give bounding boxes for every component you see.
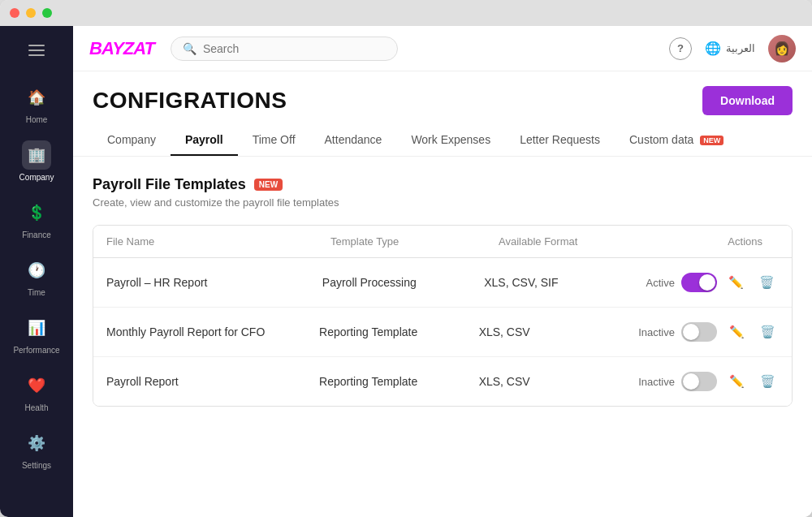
tab-letterrequests[interactable]: Letter Requests [505, 125, 615, 156]
sidebar-label-finance: Finance [22, 230, 51, 239]
row3-status-row: Inactive [638, 372, 717, 391]
lang-label: العربية [726, 42, 755, 54]
table-container: File Name Template Type Available Format… [93, 225, 793, 407]
help-icon: ? [677, 42, 684, 54]
section-new-badge: NEW [254, 179, 283, 191]
sidebar-item-settings[interactable]: ⚙️ Settings [0, 420, 73, 478]
download-button[interactable]: Download [702, 86, 793, 115]
row1-format: XLS, CSV, SIF [484, 276, 646, 289]
tabs-bar: Company Payroll Time Off Attendance Work… [73, 125, 812, 157]
row3-actions: Inactive ✏️ 🗑️ [638, 370, 779, 393]
tab-workexpenses[interactable]: Work Expenses [396, 125, 505, 156]
row2-status-row: Inactive [638, 322, 717, 342]
row3-templatetype: Reporting Template [319, 375, 479, 388]
sidebar-label-settings: Settings [22, 461, 51, 470]
row3-delete-button[interactable]: 🗑️ [756, 370, 779, 393]
row3-format: XLS, CSV [479, 375, 639, 388]
sidebar-item-health[interactable]: ❤️ Health [0, 363, 73, 420]
tab-attendance[interactable]: Attendance [310, 125, 397, 156]
row1-toggle[interactable] [681, 273, 717, 292]
row2-delete-button[interactable]: 🗑️ [756, 321, 779, 343]
sidebar: 🏠 Home 🏢 Company 💲 Finance 🕐 Time 📊 Perf… [0, 26, 73, 517]
col-filename: File Name [106, 235, 330, 248]
row1-toggle-knob [699, 274, 715, 291]
row3-toggle-knob [683, 373, 699, 390]
finance-icon: 💲 [22, 198, 51, 227]
row2-format: XLS, CSV [479, 325, 639, 338]
table-row: Monthly Payroll Report for CFO Reporting… [93, 308, 792, 357]
row1-actions: Active ✏️ 🗑️ [646, 271, 779, 294]
row1-delete-button[interactable]: 🗑️ [756, 271, 779, 294]
titlebar [0, 0, 812, 26]
col-format: Available Format [499, 235, 667, 248]
hamburger-menu[interactable] [20, 34, 53, 67]
time-icon: 🕐 [22, 256, 51, 285]
sidebar-item-time[interactable]: 🕐 Time [0, 248, 73, 305]
section-title-row: Payroll File Templates NEW [93, 176, 793, 193]
row1-templatetype: Payroll Processing [322, 276, 484, 289]
row2-filename: Monthly Payroll Report for CFO [106, 325, 319, 338]
app-window: 🏠 Home 🏢 Company 💲 Finance 🕐 Time 📊 Perf… [0, 0, 812, 517]
new-badge-customdata: NEW [700, 136, 723, 145]
performance-icon: 📊 [22, 313, 51, 343]
row3-status: Inactive [638, 376, 675, 388]
tab-timeoff[interactable]: Time Off [238, 125, 310, 156]
sidebar-item-performance[interactable]: 📊 Performance [0, 305, 73, 363]
search-input[interactable] [203, 42, 386, 55]
avatar[interactable]: 👩 [768, 35, 796, 62]
row2-templatetype: Reporting Template [319, 325, 479, 338]
globe-icon: 🌐 [705, 41, 721, 56]
table-header: File Name Template Type Available Format… [93, 226, 792, 258]
search-bar[interactable]: 🔍 [171, 37, 398, 61]
row2-toggle[interactable] [681, 322, 717, 342]
page-title: CONFIGRATIONS [93, 88, 287, 114]
company-icon: 🏢 [22, 140, 51, 170]
row1-edit-button[interactable]: ✏️ [725, 271, 748, 294]
row3-toggle[interactable] [681, 372, 717, 391]
language-button[interactable]: 🌐 العربية [705, 41, 755, 56]
row2-actions: Inactive ✏️ 🗑️ [638, 321, 779, 343]
sidebar-label-performance: Performance [13, 346, 59, 355]
logo-text: BAYZAT [89, 38, 154, 58]
app-header: BAYZAT 🔍 ? 🌐 العربية 👩 [73, 26, 812, 71]
maximize-dot[interactable] [42, 8, 52, 18]
search-icon: 🔍 [183, 42, 197, 55]
content-area: Payroll File Templates NEW Create, view … [73, 157, 812, 517]
tab-company[interactable]: Company [93, 125, 171, 156]
row3-edit-button[interactable]: ✏️ [725, 370, 748, 393]
sidebar-label-home: Home [26, 115, 48, 124]
row2-status: Inactive [638, 326, 675, 338]
table-row: Payroll Report Reporting Template XLS, C… [93, 357, 792, 406]
sidebar-item-finance[interactable]: 💲 Finance [0, 190, 73, 248]
main-content: BAYZAT 🔍 ? 🌐 العربية 👩 [73, 26, 812, 517]
col-templatetype: Template Type [330, 235, 499, 248]
sidebar-label-company: Company [19, 173, 54, 182]
sidebar-label-health: Health [25, 403, 49, 412]
row3-filename: Payroll Report [106, 375, 319, 388]
help-button[interactable]: ? [669, 37, 692, 60]
section-subtitle: Create, view and customize the payroll f… [93, 196, 793, 209]
row2-toggle-knob [683, 324, 699, 340]
page-header: CONFIGRATIONS Download [73, 71, 812, 125]
minimize-dot[interactable] [26, 8, 36, 18]
logo: BAYZAT [89, 38, 154, 59]
sidebar-item-home[interactable]: 🏠 Home [0, 75, 73, 132]
tab-customdata[interactable]: Custom data NEW [615, 125, 738, 156]
table-row: Payroll – HR Report Payroll Processing X… [93, 258, 792, 308]
app-body: 🏠 Home 🏢 Company 💲 Finance 🕐 Time 📊 Perf… [0, 26, 812, 517]
settings-icon: ⚙️ [22, 429, 51, 458]
home-icon: 🏠 [22, 83, 51, 112]
section-title: Payroll File Templates [93, 176, 246, 193]
sidebar-item-company[interactable]: 🏢 Company [0, 132, 73, 190]
row2-edit-button[interactable]: ✏️ [725, 321, 748, 343]
close-dot[interactable] [10, 8, 19, 18]
row1-status: Active [646, 277, 675, 289]
health-icon: ❤️ [22, 371, 51, 400]
row1-filename: Payroll – HR Report [106, 276, 322, 289]
row1-status-row: Active [646, 273, 717, 292]
col-actions: Actions [667, 235, 779, 248]
sidebar-label-time: Time [28, 288, 45, 297]
tab-payroll[interactable]: Payroll [171, 125, 238, 156]
header-right: ? 🌐 العربية 👩 [669, 35, 796, 62]
